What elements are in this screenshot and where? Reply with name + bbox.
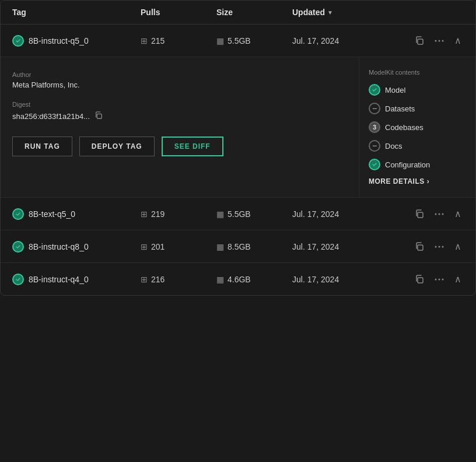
expand-button-1[interactable]: ∧ xyxy=(452,206,464,222)
actions-3: ∧ xyxy=(409,271,464,287)
svg-rect-5 xyxy=(418,212,423,218)
author-label: Author xyxy=(12,71,347,78)
kit-label-configuration: Configuration xyxy=(385,160,430,169)
check-icon-2 xyxy=(12,241,24,253)
kit-minus-icon-datasets: − xyxy=(369,103,380,114)
tag-row-2: 8B-instruct-q8_0 ⊞ 201 ▦ 8.5GB Jul. 17, … xyxy=(1,230,475,263)
kit-label-model: Model xyxy=(385,86,405,94)
kit-label-codebases: Codebases xyxy=(385,123,424,132)
check-icon-0 xyxy=(12,35,24,47)
digest-label: Digest xyxy=(12,101,347,108)
tag-row-main-0[interactable]: 8B-instruct-q5_0 ⊞ 215 ▦ 5.5GB Jul. 17, … xyxy=(1,24,475,57)
size-1: ▦ 5.5GB xyxy=(216,209,292,219)
col-actions xyxy=(409,8,464,17)
author-value: Meta Platforms, Inc. xyxy=(12,80,347,89)
pulls-0: ⊞ 215 xyxy=(141,36,216,46)
svg-rect-13 xyxy=(418,278,423,283)
kit-item-codebases: 3 Codebases xyxy=(369,121,466,133)
svg-rect-9 xyxy=(418,245,423,250)
more-button-2[interactable] xyxy=(432,243,446,250)
kit-item-configuration: Configuration xyxy=(369,159,466,170)
digest-section: Digest sha256:d633f1a21b4... xyxy=(12,101,347,123)
svg-point-12 xyxy=(442,246,444,247)
svg-point-3 xyxy=(442,40,444,41)
kit-label-datasets: Datasets xyxy=(385,104,415,113)
size-icon-2: ▦ xyxy=(216,242,224,251)
pulls-icon-1: ⊞ xyxy=(141,209,148,219)
svg-point-2 xyxy=(439,40,440,41)
col-pulls: Pulls xyxy=(141,8,216,17)
tag-name-3: 8B-instruct-q4_0 xyxy=(12,274,141,285)
copy-button-3[interactable] xyxy=(412,272,426,286)
kit-check-icon-config xyxy=(369,159,380,170)
col-updated[interactable]: Updated ▼ xyxy=(292,8,409,17)
tag-row-3: 8B-instruct-q4_0 ⊞ 216 ▦ 4.6GB Jul. 17, … xyxy=(1,263,475,295)
kit-item-model: Model xyxy=(369,84,466,96)
size-0: ▦ 5.5GB xyxy=(216,36,292,46)
deploy-tag-button[interactable]: DEPLOY TAG xyxy=(79,136,155,156)
svg-point-15 xyxy=(439,278,440,280)
svg-point-1 xyxy=(435,40,437,41)
expand-button-3[interactable]: ∧ xyxy=(452,271,464,287)
svg-point-14 xyxy=(435,278,437,280)
updated-1: Jul. 17, 2024 xyxy=(292,209,409,219)
see-diff-button[interactable]: SEE DIFF xyxy=(162,136,223,156)
updated-3: Jul. 17, 2024 xyxy=(292,275,409,284)
chevron-up-icon-1: ∧ xyxy=(454,208,461,219)
size-icon-1: ▦ xyxy=(216,209,224,219)
svg-rect-4 xyxy=(97,114,102,118)
action-buttons-0: RUN TAG DEPLOY TAG SEE DIFF xyxy=(12,136,347,156)
copy-button-2[interactable] xyxy=(412,240,426,254)
svg-point-10 xyxy=(435,246,437,247)
size-2: ▦ 8.5GB xyxy=(216,242,292,251)
svg-point-16 xyxy=(442,278,444,280)
kit-label-docs: Docs xyxy=(385,142,402,150)
tag-name-2: 8B-instruct-q8_0 xyxy=(12,241,141,253)
tag-row-main-3[interactable]: 8B-instruct-q4_0 ⊞ 216 ▦ 4.6GB Jul. 17, … xyxy=(1,263,475,295)
chevron-right-icon: › xyxy=(427,177,430,186)
digest-row: sha256:d633f1a21b4... xyxy=(12,110,347,123)
more-button-3[interactable] xyxy=(432,276,446,283)
more-details-link[interactable]: MORE DETAILS › xyxy=(369,177,466,186)
chevron-up-icon-3: ∧ xyxy=(454,274,461,285)
more-button-1[interactable] xyxy=(432,211,446,218)
copy-button-1[interactable] xyxy=(412,207,426,221)
tag-row-0: 8B-instruct-q5_0 ⊞ 215 ▦ 5.5GB Jul. 17, … xyxy=(1,24,475,198)
pulls-1: ⊞ 219 xyxy=(141,209,216,219)
updated-2: Jul. 17, 2024 xyxy=(292,242,409,251)
svg-point-11 xyxy=(439,246,440,247)
col-tag: Tag xyxy=(12,8,141,17)
tag-row-main-2[interactable]: 8B-instruct-q8_0 ⊞ 201 ▦ 8.5GB Jul. 17, … xyxy=(1,230,475,262)
expand-button-2[interactable]: ∧ xyxy=(452,239,464,254)
svg-point-6 xyxy=(435,213,437,215)
svg-rect-0 xyxy=(418,39,423,44)
pulls-icon-3: ⊞ xyxy=(141,275,148,284)
tag-detail-0: Author Meta Platforms, Inc. Digest sha25… xyxy=(1,57,475,197)
kit-number-icon-codebases: 3 xyxy=(369,121,380,133)
chevron-up-icon-2: ∧ xyxy=(454,241,461,252)
check-icon-1 xyxy=(12,208,24,220)
tag-row-main-1[interactable]: 8B-text-q5_0 ⊞ 219 ▦ 5.5GB Jul. 17, 2024 xyxy=(1,198,475,230)
expand-button-0[interactable]: ∧ xyxy=(452,33,464,48)
pulls-2: ⊞ 201 xyxy=(141,242,216,251)
run-tag-button[interactable]: RUN TAG xyxy=(12,136,72,156)
digest-value: sha256:d633f1a21b4... xyxy=(12,112,90,121)
pulls-icon-0: ⊞ xyxy=(141,36,148,46)
tag-name-1: 8B-text-q5_0 xyxy=(12,208,141,220)
digest-copy-button[interactable] xyxy=(93,110,104,123)
svg-point-8 xyxy=(442,213,444,215)
size-icon-3: ▦ xyxy=(216,275,224,284)
kit-check-icon-model xyxy=(369,84,380,96)
more-button-0[interactable] xyxy=(432,37,446,44)
chevron-up-icon-0: ∧ xyxy=(454,35,461,46)
updated-0: Jul. 17, 2024 xyxy=(292,36,409,46)
sort-icon: ▼ xyxy=(327,9,333,16)
actions-0: ∧ xyxy=(409,33,464,48)
kit-minus-icon-docs: − xyxy=(369,140,380,152)
tag-detail-right-0: ModelKit contents Model − Datasets 3 Cod… xyxy=(359,57,475,197)
svg-point-7 xyxy=(439,213,440,215)
copy-button-0[interactable] xyxy=(412,34,426,48)
tag-detail-left-0: Author Meta Platforms, Inc. Digest sha25… xyxy=(1,57,359,197)
tag-name-0: 8B-instruct-q5_0 xyxy=(12,35,141,47)
size-3: ▦ 4.6GB xyxy=(216,275,292,284)
